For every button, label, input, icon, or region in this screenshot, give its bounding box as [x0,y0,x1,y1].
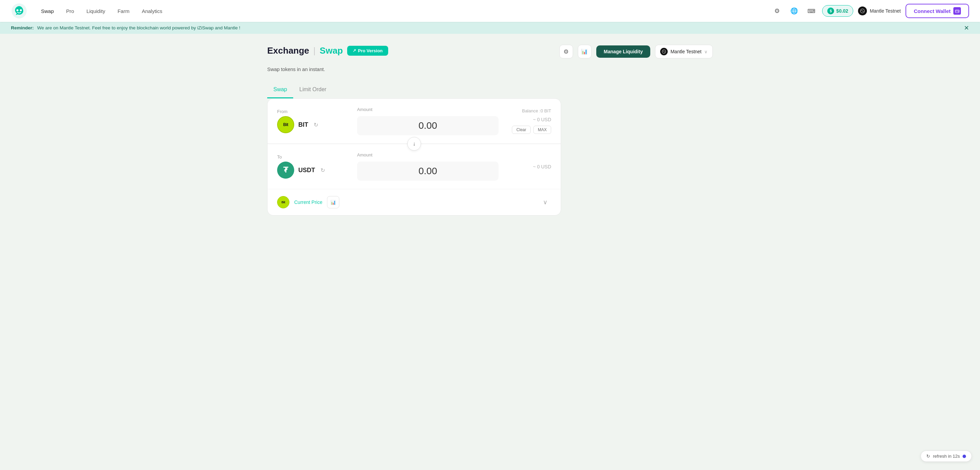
connect-wallet-label: Connect Wallet [914,8,951,14]
price-chart-button[interactable]: 📊 [327,196,339,208]
page-header-row: Exchange | Swap ↗ Pro Version ⚙ 📊 Manage… [267,45,713,59]
close-icon: ✕ [964,25,969,32]
to-balance-section: ~ 0 USD [507,164,551,170]
refresh-spin-icon: ↻ [926,454,930,459]
from-balance-section: Balance :0 BIT ~ 0 USD Clear MAX [507,108,551,134]
swap-page-title: Swap [320,45,343,56]
network-name: Mantle Testnet [870,8,901,14]
from-token-selector[interactable]: Bit BIT ↻ [277,116,342,133]
chart-button[interactable]: 📊 [578,45,592,59]
header: Swap Pro Liquidity Farm Analytics ⚙ 🌐 ⌨ … [0,0,980,22]
chart-bar-icon: 📊 [331,200,336,205]
reminder-message: We are on Mantle Testnet. Feel free to e… [37,25,240,30]
sun-icon: ⚙ [774,7,780,15]
svg-point-5 [958,11,958,12]
nav-liquidity[interactable]: Liquidity [86,8,105,14]
price-dot-icon: $ [827,8,834,14]
settings-button[interactable]: ⚙ [559,45,573,59]
title-divider: | [313,45,316,56]
svg-point-1 [16,9,19,11]
header-right: ⚙ 🌐 ⌨ $ $0.02 Mantle Testnet Connect Wal… [771,4,969,18]
refresh-dot [963,455,966,458]
main-content: Exchange | Swap ↗ Pro Version ⚙ 📊 Manage… [251,34,729,227]
reminder-close-button[interactable]: ✕ [964,25,969,31]
price-badge[interactable]: $ $0.02 [822,5,853,17]
wallet-icon [953,7,961,15]
reminder-label: Reminder: [11,25,34,30]
from-token-actions: Clear MAX [512,126,551,134]
refresh-indicator: ↻ refresh in 12s [921,451,972,462]
logo[interactable] [11,3,27,19]
connect-wallet-button[interactable]: Connect Wallet [905,4,969,18]
from-balance: Balance :0 BIT [522,108,551,113]
nav-analytics[interactable]: Analytics [142,8,162,14]
current-price-token-icon: Bit [277,196,290,208]
to-usd-value: ~ 0 USD [533,164,551,170]
swap-direction-button[interactable]: ↓ [407,137,421,151]
svg-rect-4 [955,10,959,13]
pro-version-button[interactable]: ↗ Pro Version [347,46,388,56]
pro-version-label: Pro Version [358,48,383,53]
page-header-right: ⚙ 📊 Manage Liquidity Mantle Testnet ∨ [559,45,713,59]
nav-farm[interactable]: Farm [118,8,129,14]
from-label: From [277,109,342,114]
to-amount-label: Amount [357,152,372,157]
to-amount-input: 0.00 [357,162,498,181]
keyboard-icon: ⌨ [807,8,815,14]
theme-toggle-button[interactable]: ⚙ [771,5,783,17]
settings-icon: ⚙ [563,48,569,56]
nav: Swap Pro Liquidity Farm Analytics [41,8,771,14]
from-amount-label: Amount [357,107,372,112]
network-icon [858,6,867,15]
from-usd-value: ~ 0 USD [533,117,551,122]
reminder-banner: Reminder: We are on Mantle Testnet. Feel… [0,22,980,34]
from-token-name: BIT [298,121,308,129]
manage-liquidity-button[interactable]: Manage Liquidity [596,45,650,58]
from-amount-input[interactable]: 0.00 [357,116,498,135]
svg-point-2 [20,9,22,11]
manage-liquidity-label: Manage Liquidity [604,49,643,54]
network-badge[interactable]: Mantle Testnet [858,6,901,15]
price-value: $0.02 [836,8,848,14]
to-token-refresh-icon[interactable]: ↻ [320,167,325,173]
page-network-selector[interactable]: Mantle Testnet ∨ [655,45,713,59]
clear-button[interactable]: Clear [512,126,531,134]
current-price-label[interactable]: Current Price [294,200,322,205]
bit-token-icon: Bit [277,116,294,133]
external-link-icon: ↗ [353,48,356,53]
from-token-refresh-icon[interactable]: ↻ [314,122,318,128]
swap-area: Swap Limit Order From Bit BIT ↻ [267,83,713,216]
to-token-selector[interactable]: ₮ USDT ↻ [277,162,342,179]
tab-swap[interactable]: Swap [267,83,293,98]
usdt-token-icon: ₮ [277,162,294,179]
tab-limit-order[interactable]: Limit Order [293,83,332,98]
nav-pro[interactable]: Pro [66,8,74,14]
swap-tabs: Swap Limit Order [267,83,713,98]
globe-icon: 🌐 [791,7,798,15]
swap-card: From Bit BIT ↻ Amount 0.00 Balance :0 BI… [267,98,561,216]
nav-swap[interactable]: Swap [41,8,54,14]
page-subtitle: Swap tokens in an instant. [267,67,713,72]
chevron-down-icon: ∨ [704,49,708,54]
keyboard-button[interactable]: ⌨ [805,5,817,17]
to-token-name: USDT [298,167,315,174]
max-button[interactable]: MAX [533,126,551,134]
page-network-name: Mantle Testnet [670,49,702,54]
chart-icon: 📊 [581,49,588,55]
current-price-expand-icon[interactable]: ∨ [539,196,551,208]
exchange-title: Exchange [267,45,309,56]
current-price-row: Bit Current Price 📊 ∨ [267,189,561,215]
page-title-row: Exchange | Swap ↗ Pro Version [267,45,388,56]
to-label: To [277,154,342,159]
page-network-icon [660,48,668,56]
refresh-label: refresh in 12s [933,454,960,459]
swap-arrow-icon: ↓ [413,141,415,147]
language-button[interactable]: 🌐 [788,5,800,17]
